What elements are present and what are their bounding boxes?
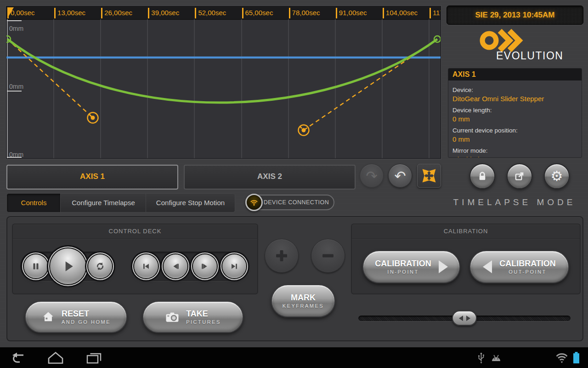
calibration-in-subtitle: IN-POINT (375, 269, 431, 275)
camera-icon (165, 311, 180, 323)
take-pictures-subtitle: PICTURES (186, 319, 221, 325)
skip-to-start-button[interactable] (134, 254, 158, 278)
motion-graph-panel[interactable]: 0,00sec13,00sec26,00sec39,00sec52,00sec6… (6, 6, 441, 159)
battery-icon (572, 351, 580, 364)
settings-button[interactable]: ⚙ (544, 163, 570, 189)
axis-info-panel: AXIS 1 Device: DitoGear Omni Slider Step… (448, 68, 582, 158)
tab-controls[interactable]: Controls (6, 193, 61, 213)
calibration-out-title: CALIBRATION (499, 259, 556, 268)
device-position-value: 0 mm (452, 135, 577, 143)
mark-keyframes-subtitle: KEYFRAMES (283, 303, 324, 309)
tab-configure-stop-motion[interactable]: Configure Stop Motion (146, 193, 235, 213)
export-icon (514, 170, 526, 182)
mode-label: TIMELAPSE MODE (446, 197, 583, 207)
add-keyframe-button[interactable] (265, 239, 299, 273)
reset-go-home-button[interactable]: RESET AND GO HOME (25, 301, 127, 333)
redo-icon: ↷ (366, 168, 377, 184)
timeline-tick (148, 8, 149, 18)
expand-graph-button[interactable] (417, 164, 441, 188)
wifi-status-icon (555, 352, 569, 363)
timeline-tick (195, 8, 196, 18)
mark-keyframes-title: MARK (291, 293, 316, 302)
remove-keyframe-button[interactable] (311, 239, 345, 273)
device-label: Device: (452, 86, 577, 93)
export-button[interactable] (507, 163, 532, 189)
prev-keyframe-button[interactable] (164, 254, 187, 278)
app-screen: 0,00sec13,00sec26,00sec39,00sec52,00sec6… (0, 0, 588, 368)
jog-slider-track[interactable] (358, 316, 571, 321)
mirror-mode-label: Mirror mode: (452, 147, 577, 154)
back-button[interactable] (10, 352, 27, 363)
play-button[interactable] (50, 248, 86, 284)
prev-keyframe-icon (170, 261, 181, 271)
timeline-tick (383, 8, 384, 18)
device-connection-badge[interactable] (245, 194, 263, 211)
skip-to-start-icon (141, 261, 151, 271)
row-scale-line (7, 20, 22, 21)
android-nav-bar: 10:45 (0, 347, 588, 368)
timeline-header[interactable]: 0,00sec13,00sec26,00sec39,00sec52,00sec6… (6, 6, 441, 20)
loop-button[interactable] (88, 254, 112, 278)
device-position-label: Current device position: (452, 127, 577, 134)
bezier-handle-lines (7, 39, 437, 130)
row-scale-line (7, 157, 22, 158)
keyframe-handle[interactable] (299, 125, 309, 136)
next-keyframe-button[interactable] (193, 254, 217, 278)
axis-info-title: AXIS 1 (448, 69, 582, 80)
slider-left-arrow-icon (459, 316, 463, 321)
row-label: 0mm (9, 83, 23, 90)
calibration-in-point-button[interactable]: CALIBRATION IN-POINT (362, 250, 460, 283)
tab-configure-timelapse[interactable]: Configure Timelapse (60, 193, 147, 213)
row-label: 0mm (9, 25, 23, 32)
axis1-motion-curve[interactable] (7, 39, 437, 103)
timeline-tick (54, 8, 56, 18)
calibration-out-subtitle: OUT-POINT (499, 269, 556, 275)
home-icon (41, 310, 55, 323)
motion-graph-plot[interactable] (6, 19, 441, 158)
playhead-flag-icon[interactable] (7, 7, 14, 18)
lock-button[interactable] (469, 163, 495, 189)
timeline-tick (289, 8, 290, 18)
home-button[interactable] (47, 351, 64, 364)
minus-icon (319, 247, 337, 265)
controls-panel: CONTROL DECK (6, 216, 583, 341)
take-pictures-title: TAKE (186, 309, 221, 318)
jog-slider-handle[interactable] (452, 310, 477, 326)
status-tray[interactable]: 10:45 (478, 347, 588, 368)
slider-right-arrow-icon (466, 316, 470, 321)
loop-icon (95, 261, 106, 272)
timeline-tick (101, 8, 102, 18)
skip-to-end-button[interactable] (222, 254, 246, 278)
take-pictures-button[interactable]: TAKE PICTURES (142, 301, 243, 333)
evolution-logo-icon (480, 29, 526, 52)
row-scale-line (7, 91, 22, 92)
wifi-icon (249, 198, 259, 207)
recent-apps-button[interactable] (85, 352, 102, 364)
datetime-display: SIE 29, 2013 10:45AM (447, 6, 583, 25)
timeline-tick (336, 8, 337, 18)
calibration-panel: CALIBRATION CALIBRATION IN-POINT CALIBRA… (351, 224, 581, 294)
undo-button[interactable]: ↶ (388, 164, 412, 188)
timeline-tick (242, 8, 243, 18)
reset-subtitle: AND GO HOME (62, 319, 111, 325)
plus-icon (272, 247, 291, 265)
calibration-title: CALIBRATION (352, 224, 580, 239)
axis1-button[interactable]: AXIS 1 (6, 165, 178, 190)
device-length-label: Device length: (452, 107, 577, 114)
arrow-left-icon (483, 260, 492, 273)
calibration-out-point-button[interactable]: CALIBRATION OUT-POINT (469, 250, 569, 283)
android-debug-icon (490, 354, 502, 362)
next-keyframe-icon (200, 261, 210, 271)
mark-keyframes-button[interactable]: MARK KEYFRAMES (271, 284, 335, 317)
pause-button[interactable] (24, 254, 48, 278)
lock-icon (476, 170, 488, 182)
device-length-value: 0 mm (452, 115, 577, 123)
skip-to-end-icon (229, 261, 239, 271)
device-value: DitoGear Omni Slider Stepper (452, 95, 577, 103)
gear-icon: ⚙ (551, 169, 563, 183)
control-deck-title: CONTROL DECK (13, 224, 257, 239)
axis2-button[interactable]: AXIS 2 (184, 165, 356, 190)
keyframe-handle[interactable] (88, 113, 98, 123)
redo-button[interactable]: ↷ (360, 164, 384, 188)
logo-wordmark: EVOLUTION (496, 50, 588, 62)
